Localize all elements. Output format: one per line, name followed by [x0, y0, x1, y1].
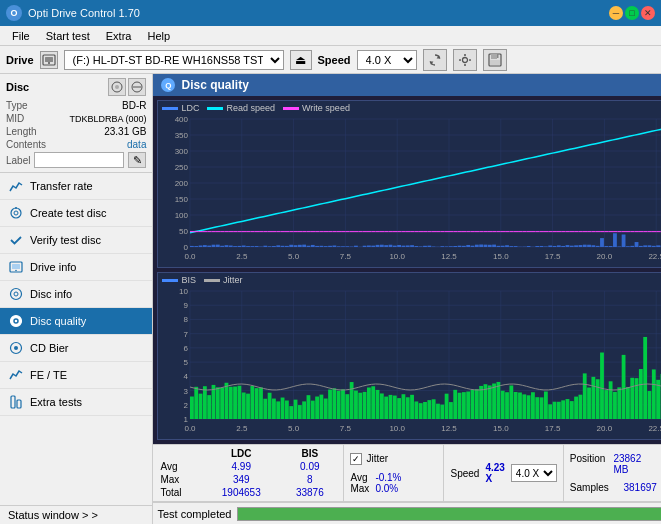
position-row: Position 23862 MB [570, 453, 657, 475]
position-label: Position [570, 453, 606, 475]
chart2-container: BIS Jitter [157, 272, 661, 440]
extra-tests-icon [8, 394, 24, 410]
svg-rect-6 [459, 59, 461, 61]
legend-ldc: LDC [181, 103, 199, 113]
position-value: 23862 MB [613, 453, 656, 475]
legend-write-speed: Write speed [302, 103, 350, 113]
col-empty [157, 447, 202, 460]
chart2-legend: BIS Jitter [158, 273, 661, 287]
app-icon: O [6, 5, 22, 21]
speed-select[interactable]: 4.0 X [357, 50, 417, 70]
disc-title: Disc [6, 81, 29, 93]
jitter-max-val: 0.0% [369, 483, 401, 494]
stats-row: LDC BIS Avg 4.99 0.09 Max [153, 445, 661, 502]
avg-bis: 0.09 [280, 460, 339, 473]
svg-point-24 [11, 316, 22, 327]
disc-panel: Disc Type BD-R MID TDKBLDRBA (000) [0, 74, 152, 173]
create-test-disc-icon [8, 205, 24, 221]
max-ldc: 349 [202, 473, 280, 486]
titlebar: O Opti Drive Control 1.70 ─ □ ✕ [0, 0, 661, 26]
disc-quality-header: Q Disc quality [153, 74, 661, 96]
status-text: Test completed [157, 508, 231, 520]
nav-cd-bier[interactable]: CD Bier [0, 335, 152, 362]
transfer-rate-icon [8, 178, 24, 194]
status-window-label: Status window > > [8, 509, 98, 521]
label-input[interactable] [34, 152, 124, 168]
mid-value: TDKBLDRBA (000) [69, 114, 146, 124]
progress-bar-outer [237, 507, 661, 521]
right-panel: Q Disc quality LDC Read speed Write spee… [153, 74, 661, 524]
menu-start-test[interactable]: Start test [38, 29, 98, 43]
verify-test-disc-icon [8, 232, 24, 248]
minimize-button[interactable]: ─ [609, 6, 623, 20]
speed-dropdown[interactable]: 4.0 X [511, 464, 557, 482]
jitter-label: Jitter [366, 453, 388, 464]
drive-select[interactable]: (F:) HL-DT-ST BD-RE WH16NS58 TST4 [64, 50, 284, 70]
speed-label: Speed [318, 54, 351, 66]
nav-disc-info[interactable]: Disc info [0, 281, 152, 308]
cd-bier-icon [8, 340, 24, 356]
jitter-checkbox[interactable]: ✓ [350, 453, 362, 465]
svg-rect-20 [12, 264, 20, 269]
drivebar: Drive (F:) HL-DT-ST BD-RE WH16NS58 TST4 … [0, 46, 661, 74]
settings-button[interactable] [453, 49, 477, 71]
nav-disc-info-label: Disc info [30, 288, 72, 300]
nav-disc-quality[interactable]: Disc quality [0, 308, 152, 335]
main-content: Disc Type BD-R MID TDKBLDRBA (000) [0, 74, 661, 524]
nav-drive-info[interactable]: Drive info [0, 254, 152, 281]
label-edit-btn[interactable]: ✎ [128, 152, 146, 168]
stats-table-wrapper: LDC BIS Avg 4.99 0.09 Max [153, 445, 343, 501]
disc-icon-btn-2[interactable] [128, 78, 146, 96]
svg-point-17 [14, 211, 18, 215]
nav-extra-tests[interactable]: Extra tests [0, 389, 152, 416]
svg-rect-5 [464, 64, 466, 66]
legend-bis: BIS [181, 275, 196, 285]
speed-static-label: Speed [450, 468, 479, 479]
jitter-header-row: Avg -0.1% Max 0.0% [350, 472, 437, 494]
svg-point-16 [11, 208, 21, 218]
disc-quality-icon [8, 313, 24, 329]
maximize-button[interactable]: □ [625, 6, 639, 20]
svg-point-3 [462, 57, 467, 62]
fe-te-icon [8, 367, 24, 383]
max-label: Max [157, 473, 202, 486]
nav-create-test-disc[interactable]: Create test disc [0, 200, 152, 227]
total-bis: 33876 [280, 486, 339, 499]
svg-rect-28 [11, 396, 15, 408]
menu-extra[interactable]: Extra [98, 29, 140, 43]
speed-section: Speed 4.23 X 4.0 X [443, 445, 562, 501]
legend-read-speed: Read speed [226, 103, 275, 113]
nav-transfer-rate[interactable]: Transfer rate [0, 173, 152, 200]
disc-icon-btn-1[interactable] [108, 78, 126, 96]
speed-row: Speed 4.23 X 4.0 X [450, 462, 556, 484]
drive-icon [40, 51, 58, 69]
titlebar-left: O Opti Drive Control 1.70 [6, 5, 140, 21]
col-bis: BIS [280, 447, 339, 460]
drive-label: Drive [6, 54, 34, 66]
samples-row: Samples 381697 [570, 482, 657, 493]
close-button[interactable]: ✕ [641, 6, 655, 20]
save-button[interactable] [483, 49, 507, 71]
nav-fe-te[interactable]: FE / TE [0, 362, 152, 389]
menu-file[interactable]: File [4, 29, 38, 43]
eject-button[interactable]: ⏏ [290, 50, 312, 70]
app-title: Opti Drive Control 1.70 [28, 7, 140, 19]
menu-help[interactable]: Help [139, 29, 178, 43]
length-value: 23.31 GB [104, 126, 146, 137]
disc-info-icon [8, 286, 24, 302]
chart1-legend: LDC Read speed Write speed [158, 101, 661, 115]
svg-rect-10 [497, 54, 499, 58]
position-section: Position 23862 MB Samples 381697 [563, 445, 661, 501]
svg-rect-9 [491, 54, 497, 59]
nav-verify-test-disc[interactable]: Verify test disc [0, 227, 152, 254]
status-window-bar[interactable]: Status window > > [0, 505, 152, 524]
total-ldc: 1904653 [202, 486, 280, 499]
chart1-canvas [158, 115, 661, 263]
jitter-max-label: Max [350, 483, 369, 494]
stats-row-total: Total 1904653 33876 [157, 486, 339, 499]
max-bis: 8 [280, 473, 339, 486]
chart1-container: LDC Read speed Write speed [157, 100, 661, 268]
label-label: Label [6, 155, 30, 166]
svg-rect-7 [469, 59, 471, 61]
refresh-button[interactable] [423, 49, 447, 71]
